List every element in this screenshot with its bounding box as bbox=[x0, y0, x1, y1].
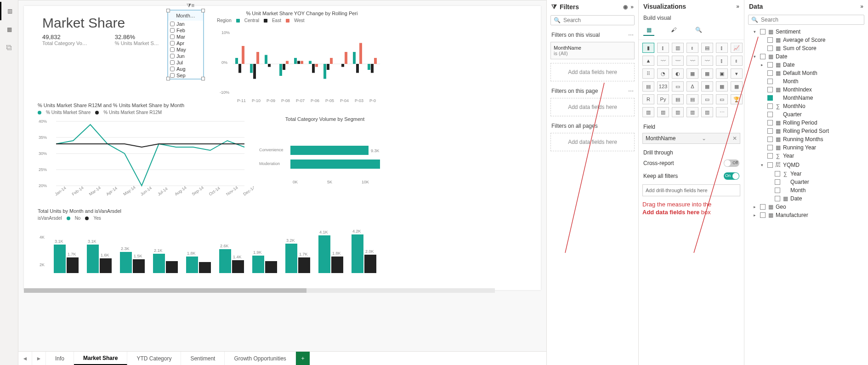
viz-type-button[interactable]: ▥ bbox=[657, 107, 669, 117]
slicer-checkbox[interactable] bbox=[170, 28, 175, 33]
slicer-item[interactable]: Feb bbox=[168, 27, 203, 34]
slicer-item[interactable]: Aug bbox=[168, 66, 203, 72]
viz-type-button[interactable]: ▤ bbox=[686, 94, 698, 104]
field-checkbox[interactable] bbox=[760, 212, 766, 218]
field-checkbox[interactable] bbox=[767, 128, 773, 134]
slicer-item[interactable]: May bbox=[168, 46, 203, 53]
viz-type-button[interactable]: ▤ bbox=[672, 94, 684, 104]
viz-type-button[interactable]: ▣ bbox=[716, 68, 728, 79]
field-sum-of-score[interactable]: ▦Sum of Score bbox=[746, 44, 866, 52]
field-checkbox[interactable] bbox=[767, 153, 773, 159]
viz-type-button[interactable]: ▭ bbox=[716, 94, 728, 104]
field-date[interactable]: ▸▦Date bbox=[746, 61, 866, 69]
viz-type-button[interactable]: ▦ bbox=[686, 68, 698, 79]
slicer-item[interactable]: Sep bbox=[168, 72, 203, 79]
model-view-button[interactable]: ⿻ bbox=[0, 39, 18, 57]
field-year[interactable]: ∑Year bbox=[746, 170, 866, 178]
viz-type-button[interactable]: R bbox=[642, 94, 654, 104]
analytics-tab[interactable]: 🔍 bbox=[693, 25, 704, 36]
field-checkbox[interactable] bbox=[767, 137, 773, 142]
field-manufacturer[interactable]: ▸▦Manufacturer bbox=[746, 211, 866, 219]
viz-type-button[interactable]: 📈 bbox=[731, 43, 743, 53]
viz-type-button[interactable]: 〰 bbox=[701, 56, 713, 66]
viz-type-button[interactable]: 🏆 bbox=[731, 94, 743, 104]
page-filter-drop[interactable]: Add data fields here bbox=[550, 98, 635, 116]
slicer-checkbox[interactable] bbox=[170, 41, 175, 46]
field-checkbox[interactable] bbox=[775, 171, 780, 177]
viz-type-button[interactable]: ▥ bbox=[672, 107, 684, 117]
collapse-icon[interactable]: » bbox=[630, 4, 634, 10]
field-month[interactable]: Month bbox=[746, 77, 866, 86]
field-checkbox[interactable] bbox=[767, 145, 773, 150]
viz-type-button[interactable]: 123 bbox=[657, 81, 669, 91]
viz-type-button[interactable]: ▥ bbox=[686, 107, 698, 117]
field-date[interactable]: ▦Date bbox=[746, 194, 866, 203]
month-slicer[interactable]: ⧩≡ Month… JanFebMarAprMayJunJulAugSep bbox=[167, 10, 204, 80]
viz-type-button[interactable]: ⠿ bbox=[642, 68, 654, 79]
viz-type-button[interactable]: ▦ bbox=[701, 68, 713, 79]
viz-type-button[interactable]: ▾ bbox=[731, 68, 743, 79]
all-filter-drop[interactable]: Add data fields here bbox=[550, 133, 635, 151]
field-checkbox[interactable] bbox=[767, 95, 773, 101]
report-canvas[interactable]: Market Share 49,832 Total Category Vo… 3… bbox=[24, 6, 541, 290]
field-checkbox[interactable] bbox=[775, 179, 780, 185]
field-geo[interactable]: ▸▦Geo bbox=[746, 203, 866, 211]
viz-type-button[interactable]: ⋯ bbox=[716, 107, 728, 117]
field-checkbox[interactable] bbox=[775, 196, 780, 201]
viz-type-button[interactable]: ▦ bbox=[731, 81, 743, 91]
segment-bar-chart[interactable]: Total Category Volume by Segment Conveni… bbox=[258, 116, 391, 189]
drill-through-drop[interactable]: Add drill-through fields here bbox=[642, 184, 740, 196]
field-checkbox[interactable] bbox=[767, 103, 773, 109]
tab-add-button[interactable]: ＋ bbox=[296, 352, 310, 365]
field-checkbox[interactable] bbox=[760, 204, 766, 210]
tab-next[interactable]: ► bbox=[32, 352, 46, 365]
cross-report-toggle[interactable]: Cross-report Off bbox=[639, 157, 744, 170]
field-checkbox[interactable] bbox=[767, 37, 773, 43]
data-search[interactable]: 🔍 bbox=[748, 15, 864, 25]
field-checkbox[interactable] bbox=[767, 112, 773, 117]
field-checkbox[interactable] bbox=[767, 87, 773, 92]
viz-type-button[interactable]: ▦ bbox=[716, 81, 728, 91]
tab-info[interactable]: Info bbox=[46, 352, 74, 365]
filters-search-input[interactable] bbox=[563, 17, 632, 23]
field-checkbox[interactable] bbox=[775, 188, 780, 193]
field-checkbox[interactable] bbox=[767, 46, 773, 51]
canvas-scrollbar[interactable] bbox=[24, 288, 495, 293]
slicer-checkbox[interactable] bbox=[170, 60, 175, 65]
viz-type-button[interactable]: ▲ bbox=[642, 56, 654, 66]
tab-growth-opportunities[interactable]: Growth Opportunities bbox=[225, 352, 295, 365]
tab-prev[interactable]: ◄ bbox=[18, 352, 32, 365]
field-year[interactable]: ∑Year bbox=[746, 152, 866, 160]
viz-type-button[interactable]: Py bbox=[657, 94, 669, 104]
tab-sentiment[interactable]: Sentiment bbox=[181, 352, 225, 365]
report-view-button[interactable]: ▥ bbox=[0, 2, 18, 20]
slicer-checkbox[interactable] bbox=[170, 67, 175, 71]
field-date[interactable]: ▾▦Date bbox=[746, 52, 866, 61]
viz-type-button[interactable]: ▦ bbox=[701, 81, 713, 91]
field-sentiment[interactable]: ▾▦Sentiment bbox=[746, 28, 866, 36]
viz-type-button[interactable]: ▤ bbox=[642, 81, 654, 91]
share-line-chart[interactable]: % Units Market Share R12M and % Units Ma… bbox=[38, 103, 254, 201]
field-checkbox[interactable] bbox=[760, 54, 766, 59]
slicer-item[interactable]: Jul bbox=[168, 59, 203, 66]
field-month[interactable]: Month bbox=[746, 186, 866, 194]
viz-type-button[interactable]: ▭ bbox=[672, 81, 684, 91]
viz-type-button[interactable]: ⫾ bbox=[731, 56, 743, 66]
viz-type-button[interactable]: ▥ bbox=[642, 107, 654, 117]
field-monthno[interactable]: ∑MonthNo bbox=[746, 102, 866, 110]
slicer-checkbox[interactable] bbox=[170, 22, 175, 26]
build-visual-tab[interactable]: ▦ bbox=[643, 25, 654, 36]
units-stacked-chart[interactable]: Total Units by Month and isVanArsdel isV… bbox=[38, 208, 391, 279]
remove-field-icon[interactable]: ✕ bbox=[732, 135, 737, 142]
yoy-change-chart[interactable]: % Unit Market Share YOY Change by Rollin… bbox=[217, 11, 387, 104]
slicer-item[interactable]: Jan bbox=[168, 21, 203, 27]
field-checkbox[interactable] bbox=[760, 29, 766, 34]
field-rolling-period[interactable]: ▦Rolling Period bbox=[746, 119, 866, 127]
filter-card-monthname[interactable]: MonthName is (All) bbox=[550, 42, 635, 59]
tab-ytd-category[interactable]: YTD Category bbox=[127, 352, 181, 365]
slicer-checkbox[interactable] bbox=[170, 34, 175, 39]
slicer-item[interactable]: Jun bbox=[168, 53, 203, 59]
field-checkbox[interactable] bbox=[767, 62, 773, 68]
slicer-item[interactable]: Mar bbox=[168, 34, 203, 40]
field-checkbox[interactable] bbox=[767, 120, 773, 125]
